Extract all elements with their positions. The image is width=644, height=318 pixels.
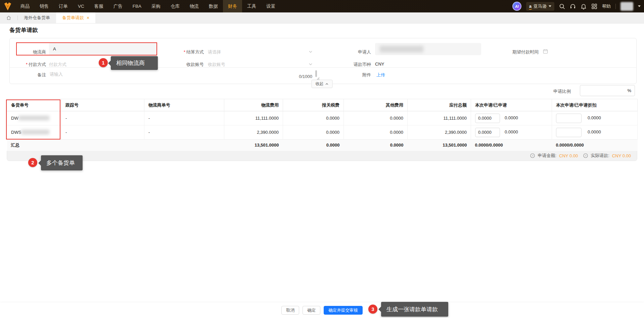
col-apply-applied-discount: 本次申请/已申请折扣 <box>552 99 638 111</box>
menu-item-logistics[interactable]: 物流 <box>185 0 204 12</box>
table-row: DW - - 11,111.0000 0.0000 0.0000 11,111.… <box>7 111 638 125</box>
menu-item-orders[interactable]: 订单 <box>54 0 73 12</box>
close-tab-icon[interactable]: × <box>87 15 89 20</box>
menu-item-sales[interactable]: 销售 <box>35 0 54 12</box>
question-circle-icon[interactable]: ? <box>583 153 588 158</box>
menu-item-products[interactable]: 商品 <box>15 0 35 12</box>
col-customs-fee: 报关税费 <box>283 99 344 111</box>
tab-stock-payment-request[interactable]: 备货单请款 × <box>56 12 95 23</box>
user-menu-caret-icon[interactable] <box>638 5 641 7</box>
redacted-applicant-name <box>380 46 423 52</box>
upload-link[interactable]: 上传 <box>376 72 385 78</box>
marketplace-selector[interactable]: a 亚马逊 <box>526 2 554 11</box>
menu-item-fba[interactable]: FBA <box>128 0 146 12</box>
applicant-label: 申请人 <box>342 49 371 55</box>
apply-amount-label: 申请金额: <box>538 153 556 159</box>
apps-grid-icon[interactable] <box>591 3 597 9</box>
menu-item-purchase[interactable]: 采购 <box>146 0 166 12</box>
page-title: 备货单请款 <box>9 26 38 34</box>
chevron-down-icon <box>309 62 313 66</box>
settlement-method-label: *结算方式 <box>170 49 204 55</box>
request-currency-label: 请款币种 <box>342 62 371 68</box>
order-no-cell: DWS <box>7 125 61 140</box>
remark-char-counter: 0/1000 <box>299 74 312 79</box>
actual-request-label: 实际请款: <box>591 153 609 159</box>
svg-text:?: ? <box>585 154 587 157</box>
confirm-button[interactable]: 确定 <box>303 306 320 315</box>
col-total-payable: 应付总额 <box>408 99 471 111</box>
scrollbar-thumb[interactable] <box>315 70 317 77</box>
col-other-fee: 其他费用 <box>344 99 408 111</box>
payment-method-select[interactable]: 付款方式 <box>49 62 66 68</box>
col-carrier-no: 物流商单号 <box>144 99 224 111</box>
divider <box>615 4 616 9</box>
caret-down-icon <box>549 5 551 7</box>
annotation-step-3: 3 <box>368 305 377 314</box>
user-avatar[interactable] <box>620 2 633 11</box>
menu-item-warehouse[interactable]: 仓库 <box>166 0 185 12</box>
svg-text:?: ? <box>532 154 534 157</box>
top-navbar: 商品 销售 订单 VC 客服 广告 FBA 采购 仓库 物流 数据 财务 工具 … <box>0 0 644 12</box>
summary-row: 汇总 13,501.0000 0.0000 0.0000 13,501.0000… <box>7 140 638 151</box>
apply-discount-input[interactable] <box>556 114 582 123</box>
apply-discount-input[interactable] <box>556 128 582 137</box>
menu-item-vc[interactable]: VC <box>73 0 89 12</box>
menu-item-service[interactable]: 客服 <box>89 0 108 12</box>
col-order-no: 备货单号 <box>7 99 61 111</box>
receiving-account-select[interactable]: 收款账号 <box>208 62 225 68</box>
applicant-field <box>375 43 481 55</box>
apply-ratio-input[interactable] <box>580 88 627 93</box>
col-tracking-no: 跟踪号 <box>61 99 144 111</box>
calendar-icon[interactable] <box>543 49 548 54</box>
apply-amount-input[interactable] <box>475 128 500 137</box>
menu-item-settings[interactable]: 设置 <box>261 0 280 12</box>
home-icon[interactable] <box>0 12 17 23</box>
search-icon[interactable] <box>559 3 565 9</box>
table-footer-bar: ? 申请金额: CNY 0.00 ? 实际请款: CNY 0.00 <box>7 151 637 161</box>
menu-item-ads[interactable]: 广告 <box>108 0 128 12</box>
percent-suffix: % <box>627 88 635 93</box>
menu-item-finance[interactable]: 财务 <box>223 0 242 12</box>
cancel-button[interactable]: 取消 <box>281 306 299 315</box>
receiving-account-label: 收款账号 <box>170 62 204 68</box>
table-row: DWS - - 2,390.0000 0.0000 0.0000 2,390.0… <box>7 125 638 140</box>
stock-orders-table: 备货单号 跟踪号 物流商单号 物流费用 报关税费 其他费用 应付总额 本次申请/… <box>7 99 637 161</box>
main-menu: 商品 销售 订单 VC 客服 广告 FBA 采购 仓库 物流 数据 财务 工具 … <box>15 0 280 12</box>
payment-method-label: *付款方式 <box>19 62 46 68</box>
confirm-and-submit-button[interactable]: 确定并提交审核 <box>324 306 363 315</box>
chevron-up-icon <box>325 82 329 86</box>
menu-item-data[interactable]: 数据 <box>204 0 223 12</box>
tab-bar: 海外仓备货单 备货单请款 × <box>0 12 644 24</box>
menu-item-tools[interactable]: 工具 <box>242 0 261 12</box>
ai-assistant-button[interactable]: AI <box>512 2 521 11</box>
table-header-row: 备货单号 跟踪号 物流商单号 物流费用 报关税费 其他费用 应付总额 本次申请/… <box>7 99 638 111</box>
question-circle-icon[interactable]: ? <box>530 153 535 158</box>
remark-field-wrap: 0/1000 <box>49 69 320 80</box>
actual-request-value: CNY 0.00 <box>612 153 631 158</box>
remark-input[interactable] <box>49 69 320 80</box>
annotation-tip-1: 相同物流商 <box>111 56 158 70</box>
tab-label: 备货单请款 <box>62 15 84 21</box>
remark-label: 备注 <box>28 72 46 78</box>
logistics-provider-field: A <box>49 43 157 55</box>
settlement-method-select[interactable]: 请选择 <box>208 49 221 55</box>
apply-amount-input[interactable] <box>475 114 500 123</box>
help-link[interactable]: 帮助 <box>602 3 611 9</box>
redacted-order-no <box>18 116 49 120</box>
chevron-down-icon <box>309 50 313 54</box>
col-logistics-fee: 物流费用 <box>224 99 283 111</box>
annotation-step-2: 2 <box>28 158 37 167</box>
apply-ratio-label: 申请比例 <box>553 88 571 94</box>
col-apply-applied: 本次申请/已申请 <box>471 99 552 111</box>
annotation-tip-3: 生成一张请款单请款 <box>381 302 448 317</box>
divider <box>10 67 636 68</box>
support-headset-icon[interactable] <box>570 3 576 9</box>
collapse-form-button[interactable]: 收起 <box>312 80 333 88</box>
app-logo-icon[interactable] <box>0 0 15 12</box>
request-currency-value: CNY <box>375 62 384 67</box>
tab-overseas-stock-orders[interactable]: 海外仓备货单 <box>18 12 56 23</box>
annotation-tip-2: 多个备货单 <box>41 155 83 170</box>
expected-payment-date-label: 期望付款时间 <box>505 49 539 55</box>
notifications-bell-icon[interactable] <box>581 3 587 9</box>
logistics-provider-label: 物流商 <box>23 49 46 55</box>
